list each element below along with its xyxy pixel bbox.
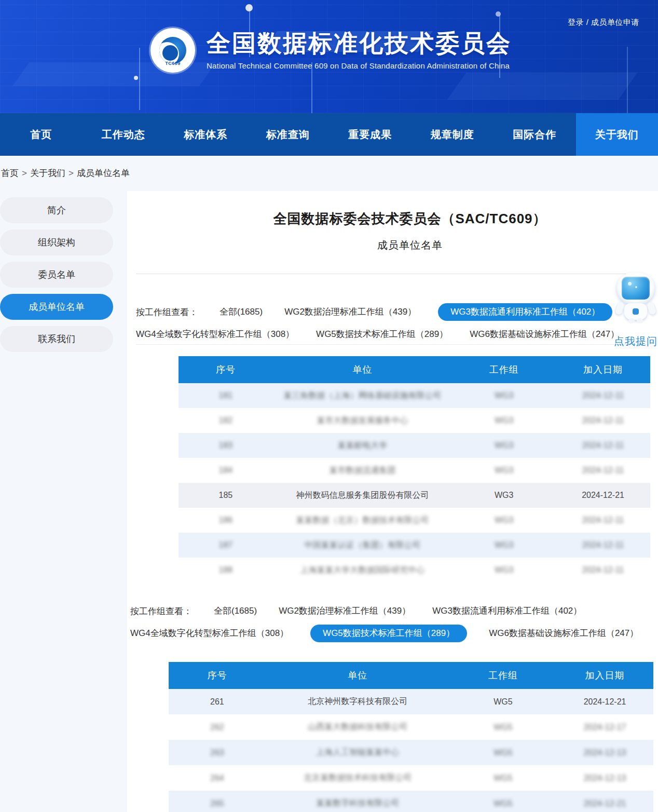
filter-option[interactable]: WG6数据基础设施标准工作组（247） xyxy=(470,326,619,343)
filter-option[interactable]: WG3数据流通利用标准工作组（402） xyxy=(438,303,612,321)
table-row: 181某三角数据（上海）网络基础设施有限公司WG32024-12-11 xyxy=(179,383,650,408)
table-header-cell: 序号 xyxy=(179,363,273,376)
sidebar: 简介组织架构委员名单成员单位名单联系我们 xyxy=(0,197,113,358)
table-cell: 2024-12-11 xyxy=(556,466,650,475)
robot-glint xyxy=(628,282,632,286)
table-cell: 2024-12-11 xyxy=(556,441,650,450)
table-cell-text: 某某数据（北京）数据技术有限公司 xyxy=(296,515,429,526)
filter-option[interactable]: 全部(1685) xyxy=(214,602,257,620)
table-cell-text: 2024-12-17 xyxy=(584,723,626,732)
table-cell: 北京神州数字科技有限公司 xyxy=(266,696,450,707)
sidebar-item-委员名单[interactable]: 委员名单 xyxy=(0,262,113,288)
filter-option[interactable]: WG6数据基础设施标准工作组（247） xyxy=(489,625,638,642)
table-cell-text: 182 xyxy=(219,416,233,425)
table-cell-text: WG5 xyxy=(494,748,512,757)
table-cell-text: 261 xyxy=(210,697,224,707)
brand-text: 全国数据标准化技术委员会 National Technical Committe… xyxy=(207,28,512,70)
table-cell-text: 183 xyxy=(219,441,233,450)
breadcrumb-item[interactable]: 关于我们 xyxy=(30,168,65,178)
filter-group-label: 按工作组查看： xyxy=(130,605,192,617)
table-cell-text: WG5 xyxy=(494,799,512,808)
table-cell-text: 中国某某认证（集团）有限公司 xyxy=(305,540,421,551)
page-title: 全国数据标委会技术委员会（SAC/TC609） xyxy=(139,210,658,228)
table-cell: 中国某某认证（集团）有限公司 xyxy=(273,540,452,551)
breadcrumb: 首页>关于我们>成员单位名单 xyxy=(1,167,130,179)
page-subtitle: 成员单位名单 xyxy=(139,238,658,252)
table-cell: 186 xyxy=(179,516,273,525)
robot-face-screen xyxy=(622,277,650,300)
table-cell: WG3 xyxy=(452,516,556,525)
filter-option[interactable]: WG2数据治理标准工作组（439） xyxy=(284,303,416,321)
table-cell-text: WG3 xyxy=(495,516,513,525)
filter-option[interactable]: WG4全域数字化转型标准工作组（308） xyxy=(130,625,289,642)
nav-item-重要成果[interactable]: 重要成果 xyxy=(329,113,412,156)
filter-option[interactable]: WG5数据技术标准工作组（289） xyxy=(310,625,467,642)
table-cell-text: 188 xyxy=(219,565,233,575)
page: 登录 / 成员单位申请 TC609 全国数据标准化技术委员会 National … xyxy=(0,0,658,812)
table-cell-text: WG3 xyxy=(495,491,513,500)
sidebar-item-成员单位名单[interactable]: 成员单位名单 xyxy=(0,294,113,320)
table-cell-text: 187 xyxy=(219,540,233,550)
table-cell: 2024-12-17 xyxy=(556,723,653,732)
filter-option[interactable]: WG5数据技术标准工作组（289） xyxy=(316,326,448,343)
filter-option[interactable]: WG2数据治理标准工作组（439） xyxy=(279,602,410,620)
sidebar-item-联系我们[interactable]: 联系我们 xyxy=(0,326,113,352)
assistant-label[interactable]: 点我提问 xyxy=(613,334,658,348)
filter-option[interactable]: WG3数据流通利用标准工作组（402） xyxy=(432,602,582,620)
table-cell: 181 xyxy=(179,391,273,400)
table-cell: 262 xyxy=(169,723,266,732)
table-cell: WG5 xyxy=(450,697,556,707)
table-cell: 上海人工智能某某中心 xyxy=(266,747,450,758)
logo-swoosh-icon xyxy=(159,37,186,64)
nav-item-标准查询[interactable]: 标准查询 xyxy=(247,113,330,156)
table-cell: 2024-12-11 xyxy=(556,540,650,550)
nav-item-工作动态[interactable]: 工作动态 xyxy=(83,113,165,156)
login-link[interactable]: 登录 / 成员单位申请 xyxy=(568,18,639,28)
nav-item-关于我们[interactable]: 关于我们 xyxy=(576,113,658,156)
breadcrumb-item[interactable]: 成员单位名单 xyxy=(77,168,130,178)
filter-row: 按工作组查看：全部(1685)WG2数据治理标准工作组（439）WG3数据流通利… xyxy=(130,602,587,620)
table-row: 183某某邮电大学WG32024-12-11 xyxy=(179,433,650,458)
assistant-widget[interactable]: 点我提问 xyxy=(613,272,658,348)
table-cell-text: WG5 xyxy=(494,697,512,707)
table-row: 186某某数据（北京）数据技术有限公司WG32024-12-11 xyxy=(179,508,650,533)
table-cell: WG3 xyxy=(452,416,556,425)
table-cell: 某市数据流通集团 xyxy=(273,465,452,476)
sidebar-item-简介[interactable]: 简介 xyxy=(0,197,113,223)
robot-arm xyxy=(647,302,657,316)
table-header-cell: 单位 xyxy=(266,669,450,682)
nav-item-首页[interactable]: 首页 xyxy=(0,113,83,156)
main-nav: 首页工作动态标准体系标准查询重要成果规章制度国际合作关于我们 xyxy=(0,113,658,156)
table-cell-text: WG3 xyxy=(495,565,513,575)
table-cell-text: 181 xyxy=(219,391,233,400)
table-cell: 某某邮电大学 xyxy=(273,440,452,451)
sidebar-item-组织架构[interactable]: 组织架构 xyxy=(0,229,113,255)
breadcrumb-separator: > xyxy=(22,168,27,178)
filter-option[interactable]: WG4全域数字化转型标准工作组（308） xyxy=(136,326,294,343)
table-cell: 264 xyxy=(169,774,266,783)
nav-item-国际合作[interactable]: 国际合作 xyxy=(494,113,576,156)
table-cell-text: 北京某数据技术科技有限公司 xyxy=(304,773,412,783)
filter-option[interactable]: 全部(1685) xyxy=(220,303,263,321)
table-cell: 2024-12-13 xyxy=(556,748,653,757)
header-background-decoration xyxy=(245,4,253,11)
filter-group-wg5: 按工作组查看：全部(1685)WG2数据治理标准工作组（439）WG3数据流通利… xyxy=(130,602,587,642)
table-cell: 某三角数据（上海）网络基础设施有限公司 xyxy=(273,390,452,401)
table-cell: 山西某大数据科技有限公司 xyxy=(266,722,450,733)
table-cell: WG5 xyxy=(450,799,556,808)
table-cell-text: 265 xyxy=(210,799,224,808)
breadcrumb-item[interactable]: 首页 xyxy=(1,168,19,178)
logo-badge: TC609 xyxy=(150,61,195,66)
table-row: 265某某数字科技有限公司WG52024-12-21 xyxy=(169,791,653,812)
table-cell-text: 2024-12-21 xyxy=(584,799,626,808)
robot-arm xyxy=(615,302,625,316)
robot-belly xyxy=(633,308,639,315)
table-cell-text: 2024-12-11 xyxy=(582,466,624,475)
table-cell-text: 2024-12-11 xyxy=(582,416,624,425)
table-cell: 某某数据（北京）数据技术有限公司 xyxy=(273,515,452,526)
robot-foot xyxy=(628,318,635,323)
table-row: 264北京某数据技术科技有限公司WG52024-12-13 xyxy=(169,765,653,791)
nav-item-标准体系[interactable]: 标准体系 xyxy=(164,113,247,156)
nav-item-规章制度[interactable]: 规章制度 xyxy=(412,113,494,156)
table-cell-text: 185 xyxy=(219,491,233,500)
